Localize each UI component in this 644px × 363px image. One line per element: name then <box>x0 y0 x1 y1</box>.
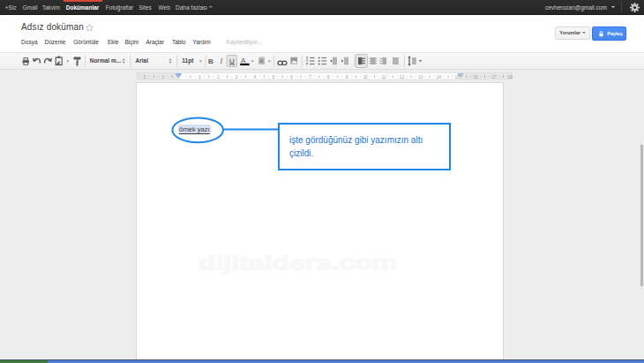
svg-text:B: B <box>208 57 213 65</box>
svg-text:I: I <box>220 57 223 65</box>
svg-text:11pt: 11pt <box>182 57 194 64</box>
svg-text:Arial: Arial <box>136 57 149 64</box>
svg-text:Normal m...: Normal m... <box>90 57 122 64</box>
svg-text:A: A <box>259 58 263 64</box>
svg-text:A: A <box>241 57 246 64</box>
svg-text:U: U <box>229 57 235 65</box>
